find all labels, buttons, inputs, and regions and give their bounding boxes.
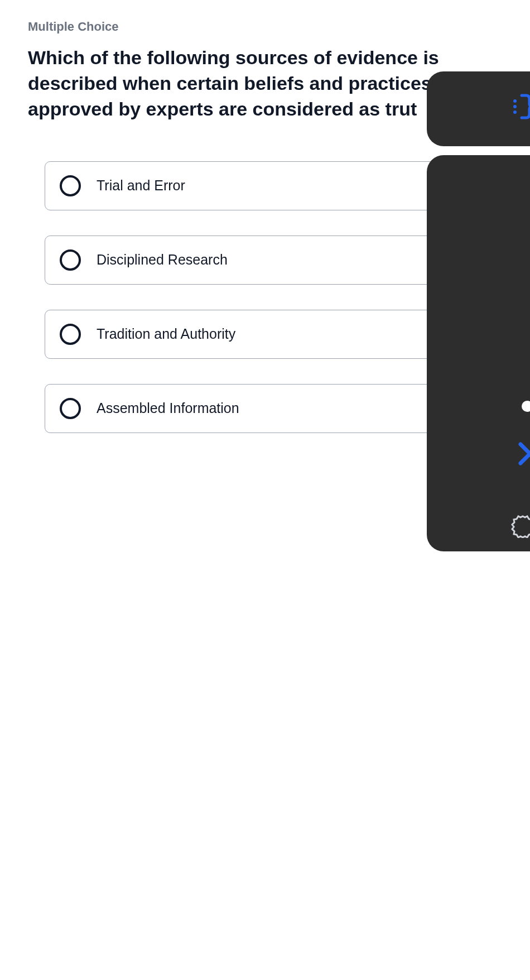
option-label: Assembled Information bbox=[97, 400, 239, 416]
chevron-right-icon bbox=[518, 440, 530, 470]
bracket-icon bbox=[510, 93, 530, 126]
gear-icon bbox=[511, 515, 530, 540]
option-label: Tradition and Authority bbox=[97, 326, 235, 342]
radio-icon bbox=[60, 175, 81, 196]
svg-point-0 bbox=[513, 99, 517, 103]
side-panel-bottom[interactable] bbox=[427, 155, 530, 551]
option-label: Disciplined Research bbox=[97, 252, 228, 268]
white-dot-icon bbox=[522, 401, 530, 412]
radio-icon bbox=[60, 324, 81, 345]
radio-icon bbox=[60, 249, 81, 271]
radio-icon bbox=[60, 398, 81, 419]
svg-point-2 bbox=[513, 111, 517, 114]
side-panel-top[interactable] bbox=[427, 71, 530, 146]
svg-point-1 bbox=[513, 105, 517, 108]
option-label: Trial and Error bbox=[97, 177, 185, 194]
question-type-label: Multiple Choice bbox=[28, 20, 502, 34]
